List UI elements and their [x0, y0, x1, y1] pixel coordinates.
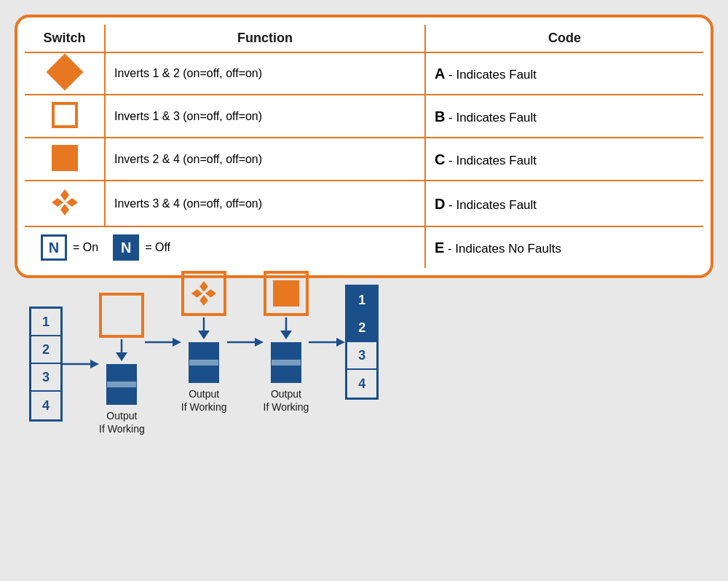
svg-marker-21 [336, 338, 345, 347]
input-cell-4: 4 [31, 392, 60, 419]
table-row: Inverts 1 & 2 (on=off, off=on) A - Indic… [25, 52, 703, 95]
switch-group-1: OutputIf Working [99, 293, 145, 435]
function-cell: Inverts 1 & 3 (on=off, off=on) [105, 96, 425, 138]
code-desc-a: - Indicates Fault [445, 68, 537, 82]
svg-marker-10 [199, 281, 207, 292]
col-header-function: Function [105, 25, 425, 52]
svg-marker-0 [60, 189, 69, 201]
output-label-2: OutputIf Working [181, 387, 227, 414]
output-stack-2 [189, 342, 219, 383]
code-letter-b: B [435, 108, 445, 125]
down-arrow-2 [195, 317, 213, 342]
down-arrow-1 [113, 339, 130, 364]
code-cell: C - Indicates Fault [425, 139, 703, 181]
code-letter-a: A [435, 66, 445, 82]
switch-icon-cell [25, 139, 105, 181]
down-arrow-3 [277, 317, 295, 342]
four-diamond-switch [190, 280, 218, 307]
n-on-label: = On [73, 241, 98, 254]
svg-marker-3 [66, 198, 78, 207]
svg-marker-17 [255, 338, 264, 347]
switch-icon-cell [25, 96, 105, 138]
output-cell-2: 2 [347, 315, 376, 342]
table-row: Inverts 1 & 3 (on=off, off=on) B - Indic… [25, 96, 703, 138]
code-desc-c: - Indicates Fault [445, 154, 537, 167]
output-label-1: OutputIf Working [99, 409, 145, 435]
input-cell-3: 3 [31, 364, 60, 392]
square-filled-icon [52, 145, 78, 171]
svg-marker-7 [116, 352, 127, 361]
output-label-3: OutputIf Working [264, 387, 309, 414]
four-diamond-icon [50, 188, 79, 217]
code-cell: D - Indicates Fault [425, 182, 703, 226]
svg-marker-19 [280, 331, 292, 339]
square-outline-icon [52, 102, 78, 128]
code-letter-c: C [435, 151, 445, 167]
arrow-to-switch1 [63, 355, 99, 373]
switch-icon-cell [25, 182, 105, 226]
code-cell: B - Indicates Fault [425, 96, 703, 138]
switch-box-3 [264, 271, 309, 316]
switch-table: Switch Function Code Inverts 1 & 2 (on=o… [25, 25, 703, 268]
switch-group-3: OutputIf Working [264, 271, 309, 414]
code-desc-b: - Indicates Fault [445, 111, 537, 125]
diamond-filled-icon [46, 54, 83, 91]
table-row: Inverts 2 & 4 (on=off, off=on) C - Indic… [25, 139, 703, 181]
table-row: Inverts 3 & 4 (on=off, off=on) D - Indic… [25, 182, 703, 226]
right-arrow-1 [63, 355, 99, 373]
function-text: Inverts 3 & 4 (on=off, off=on) [114, 197, 262, 210]
svg-marker-13 [205, 289, 216, 297]
col-header-code: Code [425, 25, 703, 52]
svg-marker-9 [173, 338, 181, 347]
output-stack-1 [106, 364, 137, 405]
input-stack: 1 2 3 4 [29, 307, 63, 422]
output-cell-4: 4 [347, 370, 376, 398]
n-on-box: N [41, 234, 67, 261]
switch-box-2 [181, 271, 226, 316]
svg-marker-15 [198, 331, 210, 339]
function-cell: Inverts 2 & 4 (on=off, off=on) [105, 139, 425, 181]
square-filled-switch [273, 280, 299, 307]
svg-marker-12 [191, 289, 202, 297]
code-cell: A - Indicates Fault [425, 52, 703, 95]
input-cell-2: 2 [31, 336, 60, 364]
col-header-switch: Switch [25, 25, 105, 52]
function-cell: Inverts 3 & 4 (on=off, off=on) [105, 182, 425, 226]
svg-marker-1 [60, 204, 69, 216]
n-box-row: N = On N = Off E - Indicates No Faults [25, 226, 703, 268]
arrow-to-output [309, 333, 345, 351]
main-table-container: Switch Function Code Inverts 1 & 2 (on=o… [15, 15, 713, 278]
output-number-stack: 1 2 3 4 [345, 285, 379, 400]
function-text: Inverts 1 & 3 (on=off, off=on) [114, 110, 262, 122]
function-text: Inverts 2 & 4 (on=off, off=on) [114, 153, 262, 165]
code-desc-e: - Indicates No Faults [444, 242, 561, 256]
n-off-box: N [113, 234, 139, 261]
code-desc-d: - Indicates Fault [445, 198, 537, 212]
switch-icon-cell [25, 52, 105, 95]
code-letter-e: E [435, 240, 444, 256]
code-letter-d: D [435, 196, 445, 212]
output-cell-3: 3 [347, 342, 376, 370]
output-stack-3 [271, 342, 301, 383]
input-cell-1: 1 [31, 309, 60, 336]
n-off-label: = Off [145, 241, 170, 254]
code-cell-e: E - Indicates No Faults [425, 226, 703, 268]
diagram-container: 1 2 3 4 [15, 293, 713, 489]
switch-group-2: OutputIf Working [181, 271, 227, 414]
function-cell: Inverts 1 & 2 (on=off, off=on) [105, 52, 425, 95]
arrow-to-switch2 [145, 333, 181, 351]
n-box-cell: N = On N = Off [25, 226, 425, 268]
function-text: Inverts 1 & 2 (on=off, off=on) [114, 67, 262, 79]
svg-marker-5 [90, 360, 99, 368]
output-cell-1: 1 [347, 287, 376, 315]
switch-box-1 [99, 293, 144, 338]
arrow-to-switch3 [227, 333, 264, 351]
svg-marker-11 [199, 295, 207, 306]
svg-marker-2 [52, 198, 63, 207]
